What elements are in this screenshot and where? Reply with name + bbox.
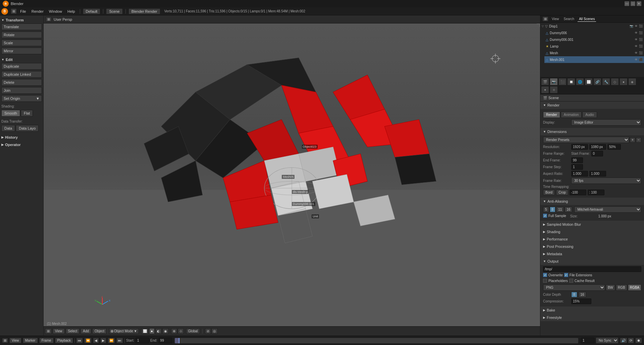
resolution-pct-input[interactable] bbox=[607, 144, 621, 150]
start-frame-tl-input[interactable] bbox=[136, 338, 149, 343]
overwrite-cb[interactable]: ✓ bbox=[543, 273, 547, 277]
outliner-item-dummy006[interactable]: △ Dummy006 👁 ⬛ bbox=[544, 29, 644, 36]
resolution-y-input[interactable] bbox=[589, 144, 606, 150]
aa-11-btn[interactable]: 11 bbox=[556, 207, 564, 212]
render-section-header[interactable]: ▼ Render bbox=[540, 101, 644, 109]
outliner-vis-icon3[interactable]: 👁 bbox=[635, 45, 638, 48]
performance-section-header[interactable]: ▶ Performance bbox=[540, 235, 644, 243]
resolution-x-input[interactable] bbox=[571, 144, 588, 150]
scene-selector[interactable]: Scene bbox=[106, 8, 122, 14]
play-btn[interactable]: ▶ bbox=[100, 338, 106, 343]
props-tab-scene[interactable]: 🎬 bbox=[541, 78, 549, 85]
props-tab-constraints[interactable]: 🔗 bbox=[593, 78, 601, 85]
outliner-vis-icon4[interactable]: 👁 bbox=[635, 51, 638, 55]
props-tab-textures[interactable]: ◈ bbox=[628, 78, 636, 85]
shading-section-header[interactable]: ▶ Shading bbox=[540, 228, 644, 235]
file-extensions-cb[interactable]: ✓ bbox=[564, 273, 568, 277]
outliner-vis-icon2[interactable]: 👁 bbox=[635, 38, 638, 41]
manipulator-btn[interactable]: ⊹ bbox=[178, 328, 184, 334]
animation-btn[interactable]: Animation bbox=[561, 112, 582, 118]
next-frame-btn[interactable]: ⏩ bbox=[108, 338, 115, 343]
outliner-item-mesh001[interactable]: △ Mesh.001 👁 ⬛ bbox=[544, 56, 644, 63]
viewport-select-menu[interactable]: Select bbox=[66, 328, 80, 334]
data-layo-btn[interactable]: Data Layo bbox=[16, 125, 39, 132]
audio-mute-btn[interactable]: 🔊 bbox=[620, 338, 627, 343]
cache-result-cb[interactable] bbox=[569, 279, 573, 283]
delete-btn[interactable]: Delete bbox=[1, 79, 42, 86]
shading-material-btn[interactable]: ◐ bbox=[155, 328, 162, 334]
frame-rate-select[interactable]: 30 fps bbox=[571, 178, 641, 184]
outliner-render-icon[interactable]: ⬛ bbox=[639, 24, 643, 28]
outliner-icon[interactable]: ⊞ bbox=[542, 16, 548, 21]
timeline-marker-btn[interactable]: Marker bbox=[23, 338, 38, 343]
proportional-btn[interactable]: ◎ bbox=[211, 328, 218, 334]
end-frame-tl-input[interactable] bbox=[159, 338, 172, 343]
bord-btn[interactable]: Bord bbox=[543, 190, 555, 195]
mirror-btn[interactable]: Mirror bbox=[1, 48, 42, 54]
jump-start-btn[interactable]: ⏮ bbox=[76, 338, 83, 343]
outliner-search-btn[interactable]: Search bbox=[562, 16, 576, 21]
render-btn[interactable]: Render bbox=[543, 112, 560, 118]
render-presets-select[interactable]: Render Presets bbox=[543, 137, 629, 143]
dimensions-section-header[interactable]: ▼ Dimensions bbox=[540, 128, 644, 135]
outliner-render-icon5[interactable]: ⬛ bbox=[639, 58, 643, 61]
audio-btn[interactable]: Audio bbox=[582, 112, 597, 118]
menu-file[interactable]: File bbox=[18, 9, 28, 14]
aa-filter-select[interactable]: Mitchell-Netravali bbox=[574, 206, 641, 213]
viewport-type-icon[interactable]: ⊞ bbox=[46, 17, 52, 22]
props-tab-layers[interactable]: ⬛ bbox=[558, 78, 567, 85]
frame-step-input[interactable] bbox=[571, 164, 583, 170]
data-btn[interactable]: Data bbox=[1, 125, 15, 132]
timeline-view-btn[interactable]: View bbox=[9, 338, 21, 343]
crop-btn[interactable]: Crop bbox=[556, 190, 568, 195]
outliner-render-icon2[interactable]: ⬛ bbox=[639, 38, 643, 41]
start-frame-input[interactable] bbox=[591, 151, 603, 156]
shading-render-btn[interactable]: ◉ bbox=[162, 328, 169, 334]
timeline-frame-btn[interactable]: Frame bbox=[39, 338, 54, 343]
props-tab-modifiers[interactable]: 🔧 bbox=[602, 78, 610, 85]
set-origin-btn[interactable]: Set Origin ▼ bbox=[1, 95, 42, 102]
flat-btn[interactable]: Flat bbox=[21, 110, 33, 117]
anti-aliasing-section-header[interactable]: ▼ Anti-Aliasing bbox=[540, 198, 644, 205]
aa-16-btn[interactable]: 16 bbox=[565, 207, 572, 212]
close-btn[interactable]: ✕ bbox=[637, 1, 641, 6]
props-tab-materials[interactable]: ● bbox=[620, 78, 628, 85]
props-tab-physics[interactable]: ⚛ bbox=[550, 86, 558, 93]
rgba-btn[interactable]: RGBA bbox=[628, 284, 641, 291]
editor-type-btn[interactable]: ⊞ bbox=[11, 8, 17, 14]
snap-btn[interactable]: ⊘ bbox=[205, 328, 211, 334]
duplicate-linked-btn[interactable]: Duplicate Linked bbox=[1, 71, 42, 78]
outliner-vis-icon[interactable]: 👁 bbox=[635, 31, 638, 34]
outliner-item-lamp[interactable]: ☀ Lamp 👁 ⬛ bbox=[544, 43, 644, 50]
layout-selector[interactable]: Default bbox=[83, 8, 101, 14]
global-local-btn[interactable]: Global bbox=[186, 328, 200, 334]
compression-input[interactable] bbox=[571, 298, 591, 304]
outliner-view-btn[interactable]: View bbox=[550, 16, 560, 21]
duplicate-btn[interactable]: Duplicate bbox=[1, 63, 42, 70]
outliner-camera-icon[interactable]: 📷 bbox=[630, 24, 633, 28]
viewport[interactable]: ⊞ User Persp bbox=[44, 15, 540, 336]
aspect-x-input[interactable] bbox=[571, 171, 588, 177]
translate-btn[interactable]: Translate bbox=[1, 23, 42, 30]
freestyle-section-header[interactable]: ▶ Freestyle bbox=[540, 314, 644, 321]
no-sync-select[interactable]: No Sync bbox=[596, 337, 619, 344]
outliner-vis-icon5[interactable]: 👁 bbox=[635, 58, 638, 61]
current-frame-input[interactable] bbox=[581, 338, 594, 343]
record-btn[interactable]: ⏺ bbox=[635, 338, 642, 343]
join-btn[interactable]: Join bbox=[1, 87, 42, 94]
full-sample-cb[interactable]: ✓ bbox=[543, 214, 547, 218]
aspect-y-input[interactable] bbox=[589, 171, 606, 177]
minimize-btn[interactable]: — bbox=[625, 1, 629, 6]
metadata-section-header[interactable]: ▶ Metadata bbox=[540, 250, 644, 258]
props-tab-world[interactable]: 🌐 bbox=[576, 78, 584, 85]
props-tab-data[interactable]: ◇ bbox=[611, 78, 619, 85]
timeline-playback-btn[interactable]: Playback bbox=[55, 338, 73, 343]
props-tab-scene2[interactable]: 🔲 bbox=[567, 78, 575, 85]
operator-section-header[interactable]: ▶ Operator bbox=[1, 143, 42, 147]
menu-window[interactable]: Window bbox=[47, 9, 64, 14]
time-remap-old-input[interactable] bbox=[570, 190, 586, 195]
shading-solid-btn[interactable]: ● bbox=[149, 328, 155, 334]
outliner-visible-icon[interactable]: 👁 bbox=[635, 24, 638, 28]
rgb-btn[interactable]: RGB bbox=[616, 284, 627, 291]
time-remap-new-input[interactable] bbox=[588, 190, 604, 195]
